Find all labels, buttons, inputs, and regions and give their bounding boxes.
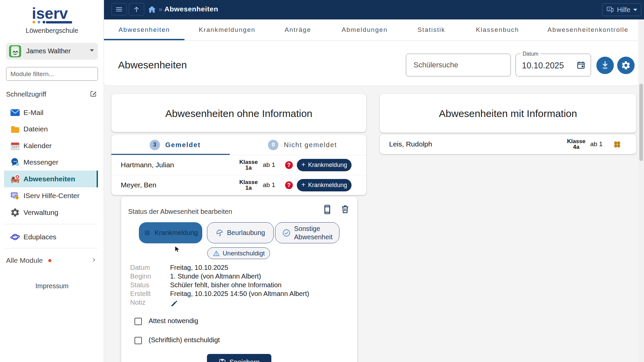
sidebar-item-label: Kalender [23,142,52,150]
editor-title: Status der Abwesenheit bearbeiten [128,208,232,216]
sidebar-item-label: Verwaltung [23,208,58,217]
field-label: Erstellt [130,290,151,298]
logo-dot-blue [38,21,40,23]
help-chat-icon: ? [606,6,614,14]
add-sick-note-button[interactable]: +Krankmeldung [297,159,352,171]
user-name: James Walther [26,47,71,55]
count-badge: 3 [150,140,160,150]
calendar-icon[interactable] [577,61,585,69]
quick-access-title: Schnellzugriff [6,90,46,98]
tab-label: Gemeldet [165,141,201,149]
up-button[interactable] [129,3,144,15]
student-class: Klasse1a [235,179,262,191]
tab-klassenbuch[interactable]: Klassenbuch [476,19,519,40]
absence-from: ab 1 [588,140,605,148]
student-row[interactable]: Hartmann, Julian Klasse1a ab 1 ? +Krankm… [111,155,366,175]
umbrella-icon [216,229,224,237]
chevron-down-icon [90,49,94,52]
date-field[interactable]: Datum 10.10.2025 [516,54,591,76]
all-modules-label: Alle Module [6,256,43,264]
tab-label: Nicht gemeldet [284,141,337,149]
breadcrumb: Abwesenheiten [164,5,218,13]
pencil-icon[interactable] [170,299,179,308]
tab-abwesenheiten[interactable]: Abwesenheiten [118,19,170,40]
messenger-icon [10,157,20,167]
help-center-icon: ? [10,191,20,201]
imprint-link[interactable]: Impressum [0,282,104,290]
checkbox-label: (Schriftlich) entschuldigt [149,336,220,344]
arrow-up-icon [132,5,141,13]
tab-abwesenheitenkontrolle[interactable]: Abwesenheitenkontrolle [547,19,628,40]
sidebar-item-absences[interactable]: Abwesenheiten [4,171,98,187]
right-panel-title: Abwesenheiten mit Information [380,108,636,119]
scrollbar-thumb[interactable] [639,84,643,161]
page-title: Abwesenheiten [118,59,187,71]
menu-button[interactable] [111,3,127,15]
sidebar-item-label: Abwesenheiten [23,175,75,183]
mouse-cursor [174,246,182,254]
iserv-logo-text: iserv [32,7,72,20]
module-tabs: Abwesenheiten Krankmeldungen Anträge Abm… [104,19,638,40]
phone-icon[interactable] [322,204,332,215]
logo-dot-orange [33,21,35,23]
edit-icon[interactable] [90,90,97,97]
student-name: Leis, Rudolph [389,140,432,148]
sidebar-item-email[interactable]: E-Mail [4,104,98,121]
tab-antraege[interactable]: Anträge [284,19,311,40]
button-label: Krankmeldung [155,229,198,237]
button-label: Beurlaubung [227,229,265,237]
left-panel-list: 3 Gemeldet 0 Nicht gemeldet Hartmann, Ju… [111,135,366,195]
sidebar-item-eduplaces[interactable]: Eduplaces [4,229,98,245]
svg-text:PDF: PDF [603,67,607,69]
sidebar-item-messenger[interactable]: Messenger [4,154,98,171]
tab-nicht-gemeldet[interactable]: 0 Nicht gemeldet [239,135,366,155]
help-label: Hilfe [617,6,630,14]
add-sick-note-button[interactable]: +Krankmeldung [297,179,352,191]
button-label: Unentschuldigt [223,250,265,257]
module-filter-input[interactable] [6,67,98,81]
student-row[interactable]: Meyer, Ben Klasse1a ab 1 ? +Krankmeldung [111,175,366,195]
iserv-logo[interactable]: iserv [32,7,72,23]
trash-icon[interactable] [340,204,350,214]
sidebar-item-calendar[interactable]: Kalender [4,137,98,154]
home-icon[interactable] [148,5,156,14]
folder-icon [10,124,20,134]
help-button[interactable]: ? Hilfe [602,3,641,16]
student-class: Klasse1a [235,159,262,171]
field-value: Freitag, 10.10.2025 14:50 (von Altmann A… [170,290,309,298]
student-row[interactable]: Leis, Rudolph Klasse4a ab 1 [380,134,636,154]
top-bar: » Abwesenheiten ? Hilfe [104,0,644,19]
warning-triangle-icon [213,250,220,257]
svg-text:?: ? [16,196,18,199]
field-value: Freitag, 10.10.2025 [170,264,228,272]
save-button[interactable]: Speichern [207,354,271,362]
type-beurlaubung-button[interactable]: Beurlaubung [207,222,274,243]
divider [4,248,98,248]
sidebar-item-help-center[interactable]: ? IServ Hilfe-Center [4,187,98,204]
type-sonstige-button[interactable]: SonstigeAbwesenheit [275,222,339,243]
scrollbar-track[interactable] [638,19,644,362]
settings-button[interactable] [617,57,635,74]
tab-krankmeldungen[interactable]: Krankmeldungen [199,19,256,40]
row-divider [111,175,366,175]
check-circle-icon [282,229,291,237]
all-modules[interactable]: Alle Module › [6,252,98,269]
tab-statistik[interactable]: Statistik [418,19,445,40]
question-status-icon: ? [285,181,293,189]
tab-gemeldet[interactable]: 3 Gemeldet [111,135,239,155]
user-menu[interactable]: James Walther [6,43,98,60]
button-label: Speichern [229,358,260,362]
checkbox-entschuldigt[interactable] [135,337,142,344]
sidebar-item-files[interactable]: Dateien [4,121,98,137]
sidebar: iserv Löwenbergschule James Walther Schn… [0,0,104,362]
search-input[interactable] [406,54,511,76]
date-value: 10.10.2025 [522,61,564,70]
student-name: Meyer, Ben [121,181,156,189]
type-unentschuldigt-button[interactable]: Unentschuldigt [207,247,270,259]
type-krankmeldung-button[interactable]: Krankmeldung [139,222,202,243]
tab-abmeldungen[interactable]: Abmeldungen [341,19,387,40]
checkbox-attest[interactable] [135,318,142,325]
sidebar-item-administration[interactable]: Verwaltung [4,204,98,221]
download-pdf-button[interactable]: PDF [596,57,614,74]
breadcrumb-separator: » [159,5,162,13]
